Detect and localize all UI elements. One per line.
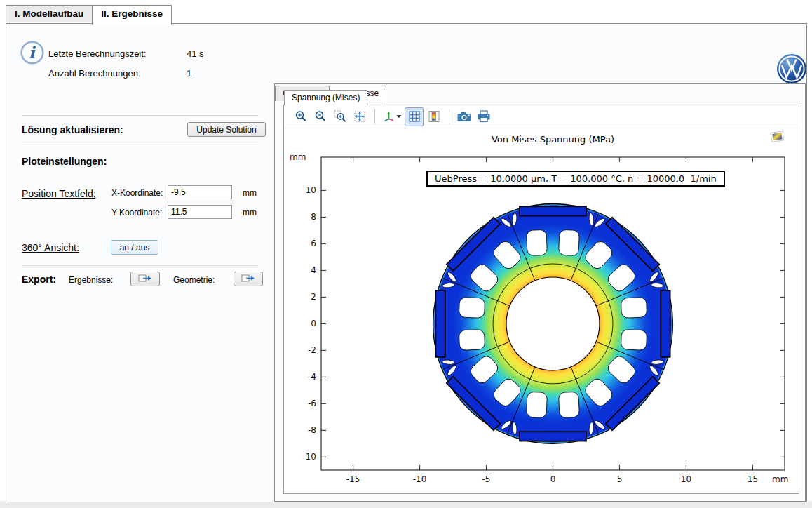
svg-text:-8: -8	[308, 425, 316, 435]
export-heading: Export:	[22, 274, 56, 285]
plot-annotation: UebPress = 10.0000 μm, T = 100.000 °C, n…	[426, 171, 725, 187]
zoom-out-icon[interactable]	[311, 107, 330, 126]
zoom-in-icon[interactable]	[291, 107, 310, 126]
plot-title: Von Mises Spannung (MPa)	[321, 134, 785, 145]
svg-text:2: 2	[311, 292, 316, 302]
tab-spannung-mises[interactable]: Spannung (Mises)	[284, 90, 367, 105]
x-unit-label: mm	[243, 188, 257, 198]
plot-tab-bar: Spannung (Mises)	[284, 90, 367, 105]
update-solution-label: Lösung aktualisieren:	[22, 124, 123, 135]
last-computation-label: Letzte Berechnungszeit:	[48, 48, 146, 59]
svg-text:10: 10	[306, 185, 316, 195]
form-content: i Letzte Berechnungszeit: 41 s Anzahl Be…	[6, 23, 807, 502]
vw-logo	[776, 53, 808, 85]
divider	[22, 145, 258, 145]
divider	[22, 115, 258, 116]
svg-text:0: 0	[311, 319, 316, 328]
plot-thumbnail-icon[interactable]	[769, 130, 786, 144]
tab-ergebnisse[interactable]: II. Ergebnisse	[92, 5, 172, 25]
printer-icon[interactable]	[474, 107, 493, 126]
view-360-label: 360° Ansicht:	[22, 242, 79, 253]
export-geometry-label: Geometrie:	[173, 275, 215, 285]
zoom-box-icon[interactable]	[330, 107, 349, 126]
update-solution-button[interactable]: Update Solution	[187, 122, 266, 137]
y-coordinate-input[interactable]	[168, 205, 232, 219]
svg-text:-6: -6	[308, 399, 316, 408]
export-geometry-button[interactable]	[234, 272, 263, 286]
info-icon: i	[20, 40, 45, 65]
tab-modellaufbau[interactable]: I. Modellaufbau	[6, 5, 93, 22]
divider	[22, 265, 258, 266]
svg-text:0: 0	[550, 474, 556, 484]
last-computation-value: 41 s	[187, 48, 204, 59]
svg-text:-10: -10	[413, 474, 427, 484]
y-coordinate-label: Y-Koordinate:	[111, 208, 162, 218]
grid-icon[interactable]	[405, 107, 424, 126]
svg-text:-4: -4	[308, 372, 316, 382]
svg-text:10: 10	[681, 474, 691, 484]
svg-text:mm: mm	[290, 152, 306, 162]
svg-text:-10: -10	[302, 452, 316, 462]
plot-subpanel: Von Mises Spannung (MPa) UebPress = 10.0…	[283, 105, 799, 494]
x-coordinate-label: X-Koordinate:	[111, 188, 163, 198]
zoom-extents-icon[interactable]	[350, 107, 369, 126]
svg-text:6: 6	[311, 239, 316, 248]
svg-text:-2: -2	[308, 345, 316, 355]
color-legend-icon[interactable]	[424, 107, 443, 126]
export-icon	[138, 274, 152, 285]
toolbar-separator	[449, 109, 449, 124]
dropdown-arrow-icon	[396, 114, 402, 119]
view-360-toggle-button[interactable]: an / aus	[111, 240, 158, 255]
svg-text:8: 8	[311, 212, 316, 222]
x-coordinate-input[interactable]	[168, 185, 232, 199]
app-window: I. Modellaufbau II. Ergebnisse i Letzte …	[0, 0, 812, 508]
toolbar-separator	[374, 109, 375, 124]
computation-count-label: Anzahl Berechnungen:	[48, 68, 141, 79]
svg-text:-5: -5	[482, 474, 491, 484]
plot-settings-heading: Ploteinstellungen:	[22, 156, 107, 167]
view-3d-icon[interactable]	[380, 107, 404, 126]
export-results-label: Ergebnisse:	[69, 275, 113, 285]
main-tab-bar: I. Modellaufbau II. Ergebnisse	[6, 5, 171, 25]
textfield-position-label: Position Textfeld:	[22, 188, 96, 199]
svg-text:15: 15	[747, 474, 758, 484]
export-icon	[241, 274, 255, 285]
svg-text:5: 5	[617, 474, 623, 484]
y-unit-label: mm	[243, 208, 257, 218]
graphics-toolbar	[284, 105, 799, 128]
svg-text:mm: mm	[772, 474, 788, 484]
svg-text:-15: -15	[346, 474, 360, 484]
export-results-button[interactable]	[130, 272, 160, 286]
plot-canvas[interactable]: Von Mises Spannung (MPa) UebPress = 10.0…	[284, 128, 797, 493]
camera-icon[interactable]	[454, 107, 473, 126]
computation-count-value: 1	[187, 68, 191, 79]
svg-text:4: 4	[311, 265, 316, 275]
